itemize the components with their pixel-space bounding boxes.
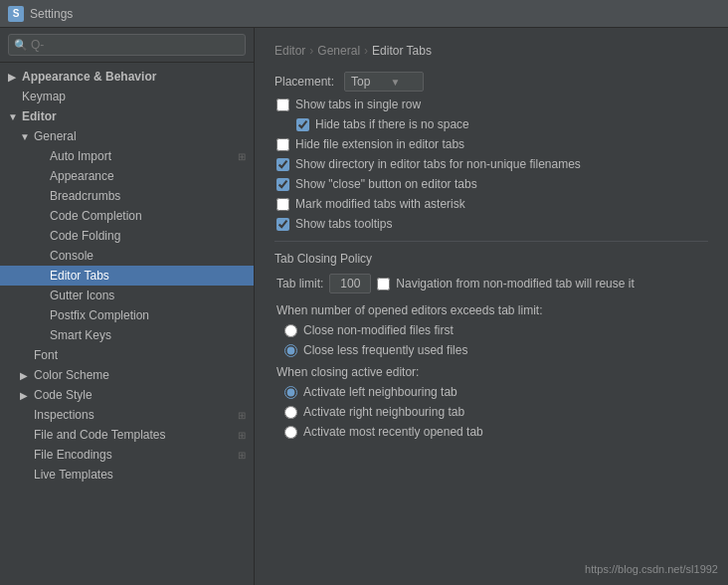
breadcrumb-part-1: Editor (274, 44, 305, 58)
tab-closing-policy-label: Tab Closing Policy (274, 252, 708, 266)
nav-tree: ▶ Appearance & Behavior Keymap ▼ Editor … (0, 63, 254, 488)
nav-reuse-label: Navigation from non-modified tab will re… (396, 277, 634, 291)
breadcrumb: Editor › General › Editor Tabs (274, 44, 708, 58)
sidebar-item-live-templates[interactable]: Live Templates (0, 465, 254, 485)
search-icon: 🔍 (14, 39, 28, 52)
sidebar-item-postfix-completion[interactable]: Postfix Completion (0, 305, 254, 325)
placement-label: Placement: (274, 75, 334, 89)
sidebar-item-file-and-code-templates[interactable]: File and Code Templates ⊞ (0, 425, 254, 445)
radio-activate-left[interactable]: Activate left neighbouring tab (274, 385, 708, 399)
window-title: Settings (30, 7, 73, 21)
sidebar-item-auto-import[interactable]: Auto Import ⊞ (0, 146, 254, 166)
ext-icon: ⊞ (238, 450, 246, 461)
sidebar-item-smart-keys[interactable]: Smart Keys (0, 325, 254, 345)
arrow-icon: ▶ (20, 390, 30, 401)
radio-close-non-modified[interactable]: Close non-modified files first (274, 323, 708, 337)
main-layout: 🔍 ▶ Appearance & Behavior Keymap ▼ Edito… (0, 28, 728, 585)
radio-label: Activate right neighbouring tab (303, 405, 464, 419)
watermark: https://blog.csdn.net/sl1992 (585, 563, 718, 575)
radio-label: Activate left neighbouring tab (303, 385, 457, 399)
tab-limit-label: Tab limit: (276, 277, 323, 291)
radio-close-less-frequent[interactable]: Close less frequently used files (274, 343, 708, 357)
radio-input[interactable] (284, 426, 297, 439)
search-input[interactable] (8, 34, 246, 56)
sidebar-item-breadcrumbs[interactable]: Breadcrumbs (0, 186, 254, 206)
search-box: 🔍 (0, 28, 254, 63)
radio-input[interactable] (284, 386, 297, 399)
checkbox-input[interactable] (276, 158, 289, 171)
nav-reuse-checkbox[interactable] (377, 278, 390, 291)
sidebar-item-code-completion[interactable]: Code Completion (0, 206, 254, 226)
arrow-icon: ▼ (20, 131, 30, 142)
radio-input[interactable] (284, 344, 297, 357)
checkbox-input[interactable] (296, 118, 309, 131)
title-bar: S Settings (0, 0, 728, 28)
checkbox-show-tabs-single-row[interactable]: Show tabs in single row (274, 98, 708, 111)
tab-limit-row: Tab limit: Navigation from non-modified … (274, 274, 708, 293)
checkbox-label: Show "close" button on editor tabs (295, 177, 477, 191)
breadcrumb-part-3: Editor Tabs (372, 44, 432, 58)
checkbox-show-directory[interactable]: Show directory in editor tabs for non-un… (274, 157, 708, 171)
breadcrumb-sep-1: › (309, 44, 313, 58)
sidebar-item-editor-tabs[interactable]: Editor Tabs (0, 266, 254, 286)
ext-icon: ⊞ (238, 151, 246, 162)
breadcrumb-sep-2: › (364, 44, 368, 58)
tab-limit-input[interactable] (329, 274, 371, 293)
checkbox-label: Show directory in editor tabs for non-un… (295, 157, 581, 171)
sidebar-item-gutter-icons[interactable]: Gutter Icons (0, 286, 254, 305)
radio-activate-right[interactable]: Activate right neighbouring tab (274, 405, 708, 419)
checkbox-label: Hide tabs if there is no space (315, 117, 469, 131)
arrow-icon: ▶ (20, 370, 30, 381)
sidebar-item-appearance[interactable]: Appearance (0, 166, 254, 186)
dropdown-arrow-icon: ▼ (390, 77, 400, 88)
ext-icon: ⊞ (238, 430, 246, 441)
sidebar-item-keymap[interactable]: Keymap (0, 87, 254, 106)
sidebar-item-code-style[interactable]: ▶ Code Style (0, 385, 254, 405)
when-exceeds-label: When number of opened editors exceeds ta… (274, 303, 708, 317)
breadcrumb-part-2: General (317, 44, 360, 58)
placement-dropdown[interactable]: Top ▼ (344, 72, 424, 92)
content-panel: Editor › General › Editor Tabs Placement… (255, 28, 728, 585)
arrow-icon: ▶ (8, 72, 18, 83)
sidebar-item-console[interactable]: Console (0, 246, 254, 266)
checkbox-input[interactable] (276, 98, 289, 111)
checkbox-mark-modified[interactable]: Mark modified tabs with asterisk (274, 197, 708, 211)
checkbox-label: Hide file extension in editor tabs (295, 137, 464, 151)
checkbox-label: Show tabs tooltips (295, 217, 392, 231)
radio-label: Close less frequently used files (303, 343, 467, 357)
when-closing-label: When closing active editor: (274, 365, 708, 379)
sidebar-item-color-scheme[interactable]: ▶ Color Scheme (0, 365, 254, 385)
radio-input[interactable] (284, 324, 297, 337)
checkbox-show-close-button[interactable]: Show "close" button on editor tabs (274, 177, 708, 191)
radio-activate-recent[interactable]: Activate most recently opened tab (274, 425, 708, 439)
placement-value: Top (351, 75, 370, 89)
divider (274, 241, 708, 242)
checkbox-input[interactable] (276, 178, 289, 191)
sidebar-item-file-encodings[interactable]: File Encodings ⊞ (0, 445, 254, 465)
checkbox-input[interactable] (276, 138, 289, 151)
sidebar-item-inspections[interactable]: Inspections ⊞ (0, 405, 254, 425)
radio-label: Close non-modified files first (303, 323, 454, 337)
radio-input[interactable] (284, 406, 297, 419)
checkbox-input[interactable] (276, 198, 289, 211)
checkbox-label: Mark modified tabs with asterisk (295, 197, 465, 211)
checkbox-hide-file-extension[interactable]: Hide file extension in editor tabs (274, 137, 708, 151)
sidebar-item-font[interactable]: Font (0, 345, 254, 365)
sidebar-item-appearance-behavior[interactable]: ▶ Appearance & Behavior (0, 67, 254, 87)
checkbox-label: Show tabs in single row (295, 98, 421, 111)
sidebar-item-editor[interactable]: ▼ Editor (0, 106, 254, 126)
sidebar: 🔍 ▶ Appearance & Behavior Keymap ▼ Edito… (0, 28, 255, 585)
radio-label: Activate most recently opened tab (303, 425, 483, 439)
placement-row: Placement: Top ▼ (274, 72, 708, 92)
app-icon: S (8, 6, 24, 22)
sidebar-item-code-folding[interactable]: Code Folding (0, 226, 254, 246)
checkbox-show-tooltips[interactable]: Show tabs tooltips (274, 217, 708, 231)
checkbox-hide-tabs-no-space[interactable]: Hide tabs if there is no space (274, 117, 708, 131)
sidebar-item-general[interactable]: ▼ General (0, 126, 254, 146)
arrow-icon: ▼ (8, 111, 18, 122)
ext-icon: ⊞ (238, 410, 246, 421)
checkbox-input[interactable] (276, 218, 289, 231)
